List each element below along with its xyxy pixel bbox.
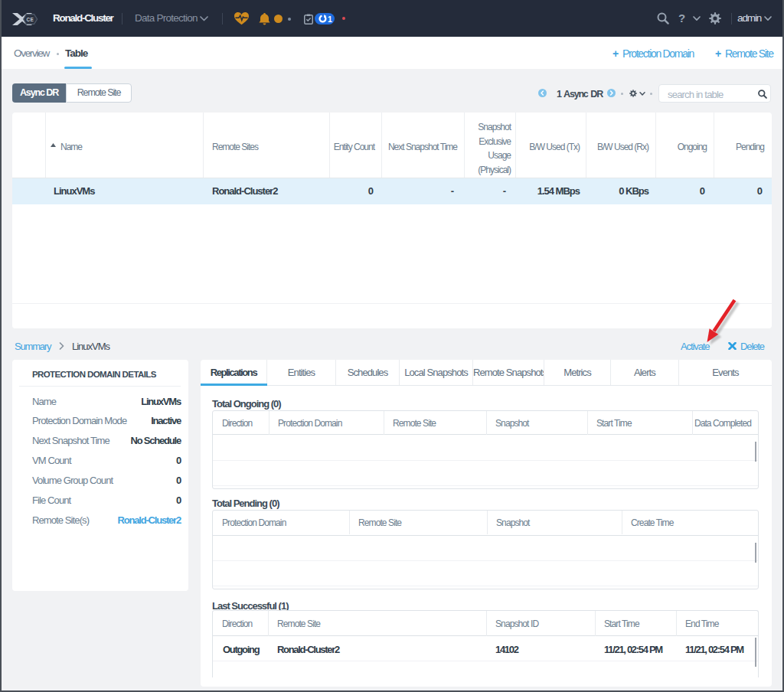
svg-text:CE: CE xyxy=(27,17,34,22)
